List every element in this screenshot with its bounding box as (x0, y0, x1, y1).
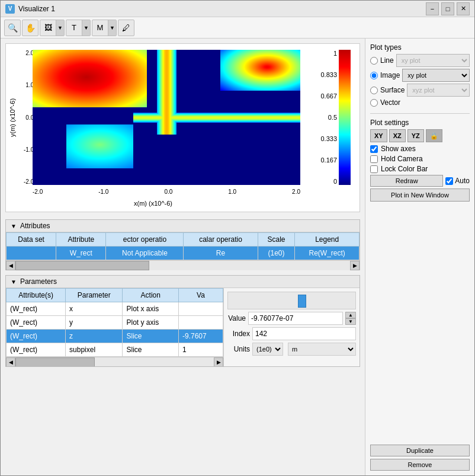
parameters-arrow-icon: ▼ (11, 279, 17, 285)
attr-col-scalar: calar operatio (184, 233, 258, 247)
colorbar-val4: 0.333 (320, 135, 337, 142)
param-cell-attr: (W_rect) (7, 330, 66, 343)
xy-axis-button[interactable]: XY (370, 129, 387, 142)
attributes-scrollbar[interactable]: ◀ ▶ (6, 260, 360, 270)
value-slider[interactable] (227, 292, 356, 309)
param-row-selected[interactable]: (W_rect) z Slice -9.7607 (7, 330, 223, 343)
paint-button[interactable]: 🖊 (118, 20, 134, 36)
attributes-header[interactable]: ▼ Attributes (6, 220, 360, 232)
param-row[interactable]: (W_rect) y Plot y axis (7, 316, 223, 330)
attr-cell-scalar-op: Re (184, 247, 258, 260)
image-radio[interactable] (370, 72, 378, 79)
units-label: Units (227, 345, 250, 353)
dropdown-arrow-icon[interactable]: ▼ (56, 20, 64, 36)
value-up-button[interactable]: ▲ (345, 312, 356, 318)
param-row[interactable]: (W_rect) subpixel Slice 1 (7, 343, 223, 357)
vector-radio[interactable] (370, 99, 378, 107)
colorbar-labels: 1 0.833 0.667 0.5 0.333 0.167 0 (320, 50, 337, 185)
attr-col-vector: ector operatio (106, 233, 184, 247)
attributes-section: ▼ Attributes Data set Attribute ector op… (5, 219, 360, 270)
auto-label: Auto (455, 177, 470, 185)
parameters-title: Parameters (20, 277, 57, 286)
xz-axis-button[interactable]: XZ (389, 129, 406, 142)
show-axes-row: Show axes (370, 145, 470, 153)
duplicate-button[interactable]: Duplicate (370, 445, 470, 456)
dropdown-arrow-icon[interactable]: ▼ (82, 20, 90, 36)
param-cell-attr: (W_rect) (7, 316, 66, 330)
units-unit-select[interactable]: m (288, 343, 356, 356)
redraw-button[interactable]: Redraw (370, 175, 443, 187)
image-select[interactable]: xy plot (402, 69, 470, 82)
params-scrollbar[interactable]: ◀ ▶ (6, 357, 223, 366)
units-field-row: Units (1e0) m (227, 343, 356, 356)
attr-row[interactable]: W_rect Not Applicable Re (1e0) Re(W_rect… (7, 247, 360, 260)
parameters-section: ▼ Parameters Attribute(s) Parameter (5, 275, 360, 367)
heatmap-canvas[interactable] (33, 50, 300, 185)
param-col-attr: Attribute(s) (7, 289, 66, 302)
line-radio[interactable] (370, 57, 378, 65)
parameters-header[interactable]: ▼ Parameters (6, 276, 360, 288)
minimize-button[interactable]: − (426, 2, 439, 15)
slider-thumb[interactable] (298, 295, 306, 308)
close-button[interactable]: ✕ (457, 2, 470, 15)
image-label: Image (380, 71, 400, 79)
param-cell-value: 1 (179, 343, 223, 357)
lock-axis-button[interactable]: 🔒 (426, 129, 442, 142)
plot-types-section: Plot types Line xy plot Image xy plot (370, 43, 470, 108)
x-tick: -2.0 (33, 189, 43, 195)
x-tick: 0.0 (164, 189, 172, 195)
line-radio-item: Line xy plot (370, 54, 470, 67)
value-down-button[interactable]: ▼ (345, 318, 356, 325)
params-scrollbar-thumb[interactable] (15, 357, 95, 367)
value-arrows: ▲ ▼ (345, 312, 356, 325)
scroll-left-button[interactable]: ◀ (6, 261, 15, 270)
surface-select[interactable]: xyz plot (407, 84, 470, 97)
params-scroll-right[interactable]: ▶ (214, 357, 223, 367)
window-controls: − □ ✕ (426, 2, 470, 15)
attributes-arrow-icon: ▼ (11, 223, 17, 229)
index-field-row: Index (227, 327, 356, 340)
scroll-right-button[interactable]: ▶ (350, 261, 360, 270)
maximize-button[interactable]: □ (441, 2, 454, 15)
lock-colorbar-checkbox[interactable] (370, 165, 378, 173)
remove-button[interactable]: Remove (370, 459, 470, 471)
surface-radio[interactable] (370, 87, 378, 94)
units-value-select[interactable]: (1e0) (252, 343, 283, 356)
zoom-button[interactable]: 🔍 (4, 20, 21, 36)
attributes-title: Attributes (20, 222, 50, 230)
show-axes-checkbox[interactable] (370, 145, 378, 153)
attr-col-scale: Scale (258, 233, 295, 247)
auto-checkbox[interactable] (445, 177, 453, 185)
pan-button[interactable]: ✋ (22, 20, 38, 36)
value-label: Value (227, 314, 246, 322)
window-title: Visualizer 1 (18, 5, 426, 13)
main-window: V Visualizer 1 − □ ✕ 🔍 ✋ 🖼 ▼ T ▼ M ▼ 🖊 (0, 0, 475, 476)
x-tick: 1.0 (228, 189, 236, 195)
redraw-row: Redraw Auto (370, 175, 470, 187)
plot-new-window-button[interactable]: Plot in New Window (370, 189, 470, 202)
params-scrollbar-track[interactable] (15, 357, 214, 367)
hold-camera-checkbox[interactable] (370, 155, 378, 163)
image-tool-dropdown[interactable]: 🖼 ▼ (40, 20, 65, 36)
app-icon: V (5, 4, 15, 14)
colorbar-max: 1 (333, 50, 337, 57)
text-icon: T (66, 23, 82, 32)
params-table: Attribute(s) Parameter Action Va (W_rect… (6, 288, 223, 357)
scrollbar-thumb[interactable] (15, 261, 149, 270)
param-cell-param: subpixel (66, 343, 123, 357)
surface-radio-item: Surface xyz plot (370, 84, 470, 97)
value-input[interactable] (248, 312, 343, 325)
marker-tool-dropdown[interactable]: M ▼ (92, 20, 117, 36)
params-scroll-left[interactable]: ◀ (6, 357, 15, 367)
dropdown-arrow-icon[interactable]: ▼ (108, 20, 116, 36)
scrollbar-track[interactable] (15, 261, 350, 270)
param-row[interactable]: (W_rect) x Plot x axis (7, 302, 223, 316)
text-tool-dropdown[interactable]: T ▼ (66, 20, 91, 36)
params-table-wrapper: Attribute(s) Parameter Action Va (W_rect… (6, 288, 223, 366)
image-icon: 🖼 (40, 23, 56, 32)
index-input[interactable] (252, 327, 356, 340)
params-table-scroll: Attribute(s) Parameter Action Va (W_rect… (6, 288, 223, 357)
line-select[interactable]: xy plot (396, 54, 470, 67)
colorbar-min: 0 (333, 178, 337, 185)
yz-axis-button[interactable]: YZ (407, 129, 424, 142)
